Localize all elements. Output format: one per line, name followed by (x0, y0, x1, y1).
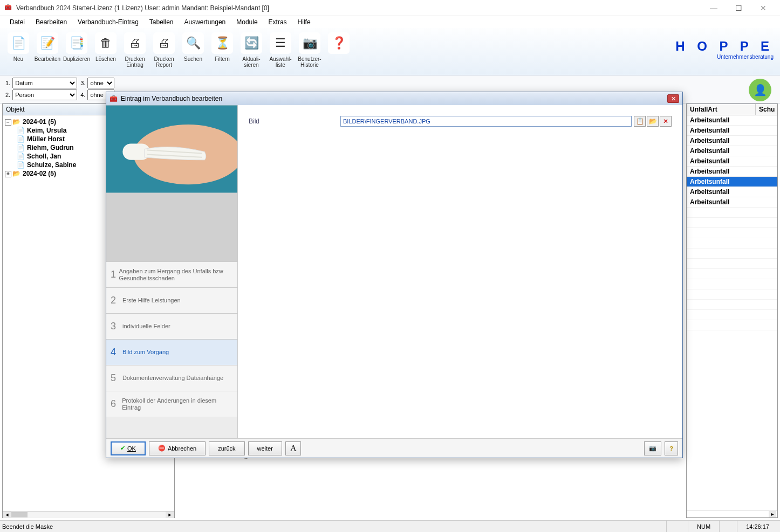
browse-button[interactable]: 📂 (647, 116, 659, 127)
grid-panel: UnfallArt Schu ArbeitsunfallArbeitsunfal… (686, 103, 778, 518)
dialog-titlebar[interactable]: 🧰 Eintrag im Verbandbuch bearbeiten ✕ (106, 92, 682, 105)
tool-btn-1[interactable]: 📝Bearbeiten (33, 30, 61, 73)
menu-verbandbuch[interactable]: Verbandbuch-Eintrag (72, 17, 144, 27)
dialog-tab-2[interactable]: 2Erste Hilfe Leistungen (106, 287, 237, 313)
menu-module[interactable]: Module (231, 17, 263, 27)
table-row[interactable] (687, 289, 777, 300)
tool-btn-4[interactable]: 🖨Drucken Eintrag (121, 30, 149, 73)
maximize-button[interactable]: ☐ (726, 0, 751, 16)
table-row[interactable] (687, 259, 777, 269)
tool-icon: 🔄 (241, 32, 262, 54)
table-row[interactable]: Arbeitsunfall (687, 156, 777, 167)
tool-btn-7[interactable]: ⏳Filtern (208, 30, 236, 73)
table-row[interactable] (687, 279, 777, 289)
tool-icon: 🖨 (153, 32, 175, 54)
doc-icon: 📄 (17, 153, 25, 160)
edit-entry-dialog: 🧰 Eintrag im Verbandbuch bearbeiten ✕ 1A… (106, 92, 683, 458)
scroll-right-icon[interactable]: ► (166, 512, 174, 518)
folder-icon: 📂 (12, 170, 20, 177)
table-row[interactable] (687, 208, 777, 218)
table-row[interactable] (687, 238, 777, 248)
table-row[interactable] (687, 310, 777, 320)
table-row[interactable]: Arbeitsunfall (687, 177, 777, 187)
doc-icon: 📄 (17, 144, 25, 151)
font-button[interactable]: A (285, 441, 302, 455)
table-row[interactable] (687, 300, 777, 310)
dialog-tab-4[interactable]: 4Bild zum Vorgang (106, 339, 237, 365)
dialog-tab-5[interactable]: 5Dokumentenverwaltung Dateianhänge (106, 365, 237, 391)
status-num: NUM (688, 521, 719, 532)
dialog-tab-3[interactable]: 3individuelle Felder (106, 313, 237, 339)
close-button[interactable]: ✕ (751, 0, 776, 16)
scroll-right-icon[interactable]: ► (769, 511, 776, 517)
table-row[interactable]: Arbeitsunfall (687, 126, 777, 136)
cancel-button[interactable]: ⛔Abbrechen (149, 441, 206, 455)
table-row[interactable] (687, 269, 777, 279)
grid-col-schu[interactable]: Schu (756, 104, 777, 115)
tool-btn-11[interactable]: ❓ (325, 30, 353, 73)
table-row[interactable] (687, 248, 777, 259)
copy-button[interactable]: 📋 (634, 116, 646, 127)
table-row[interactable] (687, 228, 777, 238)
table-row[interactable]: Arbeitsunfall (687, 115, 777, 126)
grid-body[interactable]: ArbeitsunfallArbeitsunfallArbeitsunfallA… (687, 115, 777, 510)
menu-bar: Datei Bearbeiten Verbandbuch-Eintrag Tab… (0, 16, 780, 28)
menu-bearbeiten[interactable]: Bearbeiten (30, 17, 72, 27)
table-row[interactable]: Arbeitsunfall (687, 146, 777, 156)
tool-icon: ☰ (270, 32, 291, 54)
folder-icon: 📂 (12, 118, 20, 126)
scroll-left-icon[interactable]: ◄ (3, 512, 11, 518)
filter-3[interactable]: ohne G (87, 78, 114, 88)
expand-icon[interactable]: − (5, 119, 11, 126)
back-button[interactable]: zurück (209, 441, 244, 455)
tool-btn-2[interactable]: 📑Duplizieren (63, 30, 91, 73)
toolbar: 📄Neu📝Bearbeiten📑Duplizieren🗑Löschen🖨Druc… (0, 28, 780, 75)
ok-button[interactable]: ✔OK (111, 441, 146, 455)
dialog-title: Eintrag im Verbandbuch bearbeiten (121, 95, 667, 102)
filter-person[interactable]: Person (12, 89, 77, 100)
grid-scrollbar[interactable]: ► (687, 510, 777, 517)
table-row[interactable]: Arbeitsunfall (687, 187, 777, 197)
expand-icon[interactable]: + (5, 171, 11, 177)
tool-btn-6[interactable]: 🔍Suchen (179, 30, 207, 73)
user-badge-icon[interactable]: 👤 (749, 79, 771, 101)
menu-hilfe[interactable]: Hilfe (292, 17, 316, 27)
tool-icon: 📷 (299, 32, 320, 54)
tool-btn-9[interactable]: ☰Auswahl-liste (266, 30, 295, 73)
menu-extras[interactable]: Extras (263, 17, 292, 27)
filter-datum[interactable]: Datum (12, 78, 77, 88)
camera-button[interactable]: 📷 (644, 441, 661, 455)
table-row[interactable]: Arbeitsunfall (687, 197, 777, 208)
tool-btn-0[interactable]: 📄Neu (4, 30, 32, 73)
menu-datei[interactable]: Datei (4, 17, 30, 27)
tree-scrollbar[interactable]: ◄ ► (3, 511, 174, 517)
tool-btn-8[interactable]: 🔄Aktuali-sieren (237, 30, 265, 73)
menu-auswertungen[interactable]: Auswertungen (179, 17, 231, 27)
image-path-input[interactable] (340, 116, 632, 127)
status-empty (666, 521, 688, 532)
table-row[interactable]: Arbeitsunfall (687, 167, 777, 177)
help-button[interactable]: ? (665, 441, 678, 455)
dialog-tab-1[interactable]: 1Angaben zum Hergang des Unfalls bzw Ges… (106, 261, 237, 287)
delete-image-button[interactable]: ✕ (660, 116, 672, 127)
table-row[interactable] (687, 218, 777, 228)
tool-icon: ⏳ (211, 32, 233, 54)
table-row[interactable]: Arbeitsunfall (687, 136, 777, 146)
window-titlebar: 🧰 Verbandbuch 2024 Starter-Lizenz (1 Liz… (0, 0, 780, 16)
next-button[interactable]: weiter (248, 441, 282, 455)
doc-icon: 📄 (17, 161, 25, 169)
app-icon: 🧰 (4, 4, 13, 12)
table-row[interactable] (687, 320, 777, 330)
tool-icon: 🖨 (124, 32, 146, 54)
minimize-button[interactable]: — (701, 0, 726, 16)
menu-tabellen[interactable]: Tabellen (144, 17, 179, 27)
tool-btn-3[interactable]: 🗑Löschen (92, 30, 120, 73)
tool-btn-10[interactable]: 📷Benutzer-Historie (296, 30, 324, 73)
dialog-content: Bild 📋 📂 ✕ (238, 105, 682, 438)
dialog-tab-6[interactable]: 6Protokoll der Änderungen in diesem Eint… (106, 391, 237, 417)
grid-col-unfallart[interactable]: UnfallArt (687, 104, 756, 115)
dialog-icon: 🧰 (110, 95, 118, 102)
dialog-preview-image (106, 105, 237, 261)
tool-btn-5[interactable]: 🖨Drucken Report (150, 30, 178, 73)
dialog-close-button[interactable]: ✕ (667, 94, 679, 103)
